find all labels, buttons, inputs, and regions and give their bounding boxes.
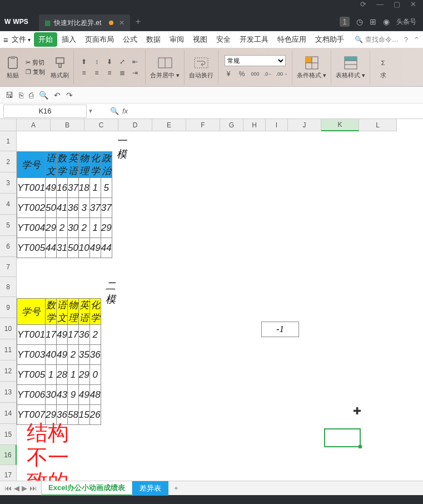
row-header-15[interactable]: 15 <box>0 424 17 445</box>
table-cell[interactable]: 1 <box>46 365 57 385</box>
namebox-dropdown-icon[interactable]: ▼ <box>88 108 93 114</box>
tab-review[interactable]: 审阅 <box>165 32 188 47</box>
col-header-A[interactable]: A <box>17 119 51 131</box>
row-header-8[interactable]: 8 <box>0 277 17 297</box>
table-cell[interactable]: 28 <box>57 365 68 385</box>
row-header-4[interactable]: 4 <box>0 194 17 215</box>
justify-icon[interactable]: ≣ <box>117 67 128 78</box>
add-sheet-button[interactable]: + <box>168 484 184 492</box>
row-header-6[interactable]: 6 <box>0 236 17 257</box>
row-header-1[interactable]: 1 <box>0 131 17 151</box>
table-cell[interactable]: 2 <box>57 218 68 238</box>
paste-icon[interactable] <box>4 55 21 71</box>
table-cell[interactable]: 17 <box>67 325 78 345</box>
table-cell[interactable]: 1 <box>89 178 101 198</box>
table-cell[interactable]: 17 <box>46 325 57 345</box>
cell-h10-value[interactable]: -1 <box>261 322 299 337</box>
tab-view[interactable]: 视图 <box>188 32 212 47</box>
table-cell[interactable]: YT001 <box>17 325 46 345</box>
table-cell[interactable]: 37 <box>89 198 101 218</box>
table-cell[interactable]: YT003 <box>17 345 46 365</box>
table-cell[interactable]: 29 <box>78 365 89 385</box>
table-cell[interactable]: 49 <box>78 385 89 405</box>
wc-sync-icon[interactable]: ⟳ <box>360 0 366 12</box>
row-header-2[interactable]: 2 <box>0 151 17 172</box>
table-header[interactable]: 学号 <box>17 299 46 325</box>
wc-max-icon[interactable]: ▢ <box>394 0 400 12</box>
row-header-14[interactable]: 14 <box>0 403 17 424</box>
table-header[interactable]: 数学 <box>46 299 57 325</box>
tab-formula[interactable]: 公式 <box>118 32 142 47</box>
table-cell[interactable]: 36 <box>78 325 89 345</box>
row-header-7[interactable]: 7 <box>0 257 17 277</box>
align-bottom-icon[interactable]: ⬇ <box>104 56 115 67</box>
table-cell[interactable]: 36 <box>67 198 78 218</box>
table-cell[interactable]: 26 <box>89 405 101 425</box>
col-header-L[interactable]: L <box>359 119 397 131</box>
qa-save-icon[interactable]: 🖫 <box>6 91 13 100</box>
col-header-F[interactable]: F <box>186 119 220 131</box>
table-header[interactable]: 语文 <box>57 299 68 325</box>
table-cell[interactable]: 37 <box>67 178 78 198</box>
qa-saveas-icon[interactable]: ⎘ <box>19 91 23 100</box>
table-cell[interactable]: YT001 <box>17 178 46 198</box>
qa-redo-icon[interactable]: ↷ <box>66 91 73 100</box>
table-cell[interactable]: 30 <box>46 385 57 405</box>
sheet-last-icon[interactable]: ⏭ <box>29 484 37 492</box>
tab-dev-tools[interactable]: 开发工具 <box>235 32 273 47</box>
hamburger-icon[interactable]: ≡ <box>3 35 8 45</box>
row-header-5[interactable]: 5 <box>0 215 17 236</box>
name-box[interactable]: K16 <box>3 105 87 118</box>
qa-undo-icon[interactable]: ↶ <box>54 91 61 100</box>
tab-security[interactable]: 安全 <box>212 32 235 47</box>
close-tab-icon[interactable]: ✕ <box>119 19 125 27</box>
document-tab[interactable]: ▦ 快速对比差异.et ✕ <box>39 14 130 31</box>
sheet-tab-active[interactable]: Excel办公小动画成绩表 <box>41 481 132 496</box>
col-header-H[interactable]: H <box>243 119 266 131</box>
table-cell[interactable]: 44 <box>101 238 112 258</box>
orientation-icon[interactable]: ⤢ <box>117 56 128 67</box>
table-cell[interactable]: 2 <box>67 345 78 365</box>
merge-icon[interactable] <box>157 55 173 71</box>
copy-button[interactable]: ❐ 复制 <box>26 68 45 76</box>
thousands-icon[interactable]: 000 <box>250 68 261 80</box>
row-header-10[interactable]: 10 <box>0 318 17 339</box>
user-icon[interactable]: ◉ <box>383 17 390 26</box>
table-header[interactable]: 物理 <box>67 299 78 325</box>
table-cell[interactable]: 36 <box>89 345 101 365</box>
table-header[interactable]: 化学 <box>89 152 101 178</box>
table-header[interactable]: 学号 <box>17 152 46 178</box>
currency-icon[interactable]: ¥ <box>223 68 234 80</box>
col-header-G[interactable]: G <box>220 119 243 131</box>
table-header[interactable]: 政治 <box>101 152 112 178</box>
align-right-icon[interactable]: ≡ <box>104 67 115 78</box>
table-style-icon[interactable] <box>342 55 359 71</box>
col-header-B[interactable]: B <box>51 119 84 131</box>
table-cell[interactable]: YT002 <box>17 198 46 218</box>
sheet-prev-icon[interactable]: ◀ <box>14 484 19 492</box>
tab-start[interactable]: 开始 <box>34 32 57 47</box>
row-header-11[interactable]: 11 <box>0 339 17 360</box>
align-top-icon[interactable]: ⬆ <box>78 56 89 67</box>
table-cell[interactable]: 49 <box>57 325 68 345</box>
file-menu[interactable]: 文件 ▾ <box>12 34 31 45</box>
tab-doc-helper[interactable]: 文档助手 <box>311 32 349 47</box>
sheet-tab-diff[interactable]: 差异表 <box>132 481 168 496</box>
format-painter-icon[interactable] <box>52 55 68 71</box>
tab-page-layout[interactable]: 页面布局 <box>81 32 118 47</box>
table-header[interactable]: 物理 <box>78 152 89 178</box>
help-button[interactable]: ? <box>404 36 408 44</box>
wrap-icon[interactable] <box>193 55 210 71</box>
table-header[interactable]: 化学 <box>89 299 101 325</box>
col-header-J[interactable]: J <box>288 119 321 131</box>
number-format-select[interactable]: 常规 <box>225 55 286 66</box>
tab-insert[interactable]: 插入 <box>57 32 81 47</box>
formula-input[interactable] <box>128 105 423 118</box>
notification-badge[interactable]: 1 <box>340 17 350 27</box>
table-cell[interactable]: 41 <box>57 198 68 218</box>
table-cell[interactable]: 48 <box>89 385 101 405</box>
table-cell[interactable]: YT005 <box>17 238 46 258</box>
add-tab-button[interactable]: + <box>130 17 146 27</box>
tab-featured[interactable]: 特色应用 <box>273 32 311 47</box>
indent-inc-icon[interactable]: ⇥ <box>130 67 141 78</box>
